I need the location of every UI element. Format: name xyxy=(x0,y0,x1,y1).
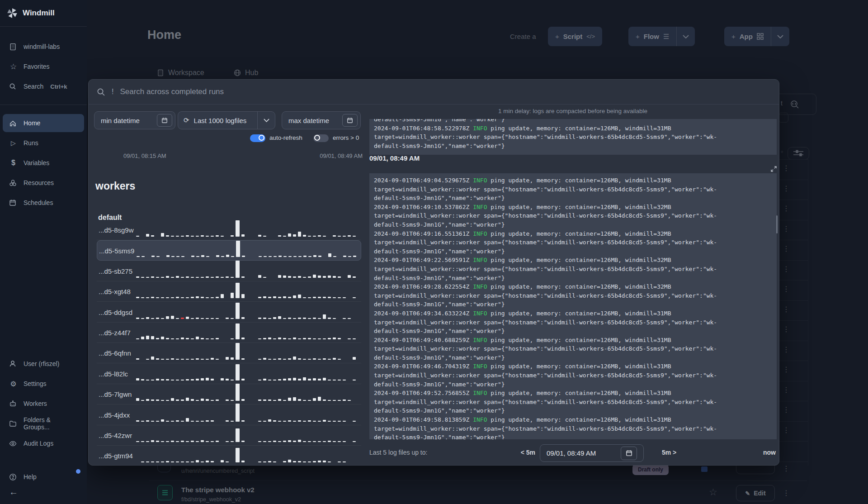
spark-bar xyxy=(263,318,266,319)
calendar-icon[interactable] xyxy=(157,114,172,127)
log-line: 2024-09-01T06:49:28.622554Z INFO ping up… xyxy=(374,282,772,291)
worker-row[interactable]: ...d5-xgt48 xyxy=(97,281,361,302)
log-line: default-5sms9-Jmn1G","name":"worker"} xyxy=(374,142,772,151)
spark-bar xyxy=(283,256,287,257)
sidebar-item-variables[interactable]: $ Variables xyxy=(3,154,84,172)
sidebar-item-label: Folders & Groups... xyxy=(24,416,78,431)
spark-bar xyxy=(303,421,306,422)
worker-activity-sparkline xyxy=(136,219,356,237)
sidebar-item-help[interactable]: Help xyxy=(3,468,84,486)
spark-bar xyxy=(206,318,209,319)
sidebar-item-workspace[interactable]: windmill-labs xyxy=(3,38,84,56)
sidebar-item-user[interactable]: User (rfiszel) xyxy=(3,355,84,373)
spark-bar xyxy=(156,318,159,319)
logfiles-range-select[interactable]: ⟳ Last 1000 logfiles xyxy=(178,111,275,129)
spark-bar xyxy=(318,441,321,442)
spark-bar xyxy=(288,358,291,360)
spark-bar xyxy=(298,461,301,462)
spark-bar xyxy=(333,256,336,257)
spark-bar xyxy=(201,338,204,339)
spark-bar xyxy=(328,318,331,319)
expand-icon[interactable] xyxy=(770,166,777,172)
worker-row[interactable]: ...d5-l82lc xyxy=(97,364,361,384)
sidebar-item-schedules[interactable]: Schedules xyxy=(3,194,84,212)
sidebar-item-home[interactable]: Home xyxy=(3,114,84,132)
spark-bar xyxy=(196,256,199,257)
spark-bar xyxy=(221,236,224,237)
spark-bar xyxy=(288,318,291,319)
spark-bar xyxy=(186,317,189,319)
errors-toggle[interactable] xyxy=(313,134,329,142)
worker-row[interactable]: ...d5-z44f7 xyxy=(97,323,361,343)
spark-bar xyxy=(176,276,179,278)
worker-row[interactable]: ...d5-7lgwn xyxy=(97,384,361,404)
worker-row[interactable]: ...d5-sb275 xyxy=(97,261,361,281)
auto-refresh-toggle[interactable] xyxy=(250,134,265,142)
spark-bar xyxy=(318,318,321,319)
worker-activity-sparkline xyxy=(136,301,356,319)
min-datetime-field[interactable]: min datetime xyxy=(94,111,175,129)
log-line: target=windmill_worker::worker span={"ho… xyxy=(374,318,772,327)
worker-row[interactable]: ...d5-8sg9w xyxy=(97,220,361,240)
spark-bar xyxy=(333,235,336,237)
spark-bar xyxy=(278,379,281,380)
now-button[interactable]: now xyxy=(746,449,776,456)
spark-bar xyxy=(283,400,286,401)
log-block-current[interactable]: 2024-09-01T06:49:04.529675Z INFO ping up… xyxy=(369,173,777,439)
spark-bar xyxy=(136,358,139,360)
spark-bar xyxy=(343,256,346,257)
max-datetime-label: max datetime xyxy=(282,117,329,124)
sidebar-item-folders-groups[interactable]: Folders & Groups... xyxy=(3,414,84,433)
step-back-button[interactable]: < 5m xyxy=(509,449,535,456)
search-input[interactable] xyxy=(120,87,771,96)
spark-bar xyxy=(323,441,326,442)
spark-bar xyxy=(258,399,261,401)
spark-bar xyxy=(206,378,209,380)
worker-row[interactable]: ...d5-gtm94 xyxy=(97,446,361,466)
worker-name: ...d5-5sms9 xyxy=(99,241,134,261)
worker-row[interactable]: ...d5-6qfnn xyxy=(97,343,361,363)
chevron-down-icon[interactable] xyxy=(258,119,275,122)
spark-bar xyxy=(196,441,199,442)
log-line: 2024-09-01T06:49:22.569591Z INFO ping up… xyxy=(374,256,772,265)
step-forward-button[interactable]: 5m > xyxy=(662,449,676,456)
worker-row[interactable]: ...d5-42zwr xyxy=(97,425,361,446)
spark-bar xyxy=(206,399,209,401)
spark-bar xyxy=(161,277,164,278)
log-datetime-picker[interactable]: 09/01, 08:49 AM xyxy=(540,444,644,462)
spark-bar xyxy=(226,461,229,462)
spark-bar xyxy=(263,296,266,298)
sidebar-item-audit-logs[interactable]: Audit Logs xyxy=(3,434,84,452)
sidebar-item-favorites[interactable]: ☆ Favorites xyxy=(3,57,84,76)
worker-row[interactable]: ...d5-ddgsd xyxy=(97,302,361,323)
spark-bar xyxy=(288,256,292,257)
max-datetime-field[interactable]: max datetime xyxy=(282,111,361,129)
sidebar-item-runs[interactable]: ▷ Runs xyxy=(3,134,84,152)
calendar-icon[interactable] xyxy=(342,114,358,127)
spark-bar xyxy=(328,359,331,360)
spark-bar xyxy=(236,428,240,442)
spark-bar xyxy=(293,256,297,257)
sidebar-item-search[interactable]: Search Ctrl+k xyxy=(3,77,84,95)
sidebar-item-resources[interactable]: Resources xyxy=(3,174,84,192)
collapse-sidebar-icon[interactable]: ← xyxy=(9,487,18,497)
log-line: target=windmill_worker::worker span={"ho… xyxy=(374,424,772,433)
spark-bar xyxy=(211,318,214,319)
worker-row[interactable]: ...d5-5sms9 xyxy=(97,240,361,261)
sidebar-item-workers[interactable]: Workers xyxy=(3,395,84,413)
spark-bar xyxy=(241,276,245,278)
worker-name: ...d5-42zwr xyxy=(99,425,132,446)
spark-bar xyxy=(348,338,351,339)
spark-bar xyxy=(156,399,159,401)
log-line: 2024-09-01T06:49:40.688259Z INFO ping up… xyxy=(374,336,772,345)
sidebar-item-settings[interactable]: ⚙ Settings xyxy=(3,375,84,393)
scrollbar-thumb[interactable] xyxy=(776,215,778,233)
spark-bar xyxy=(196,277,199,278)
spark-bar xyxy=(226,255,229,257)
calendar-icon[interactable] xyxy=(621,447,637,460)
spark-bar xyxy=(231,400,234,401)
spark-bar xyxy=(241,379,245,380)
spark-bar xyxy=(338,441,341,442)
brand[interactable]: Windmill xyxy=(0,0,87,25)
worker-row[interactable]: ...d5-4jdxx xyxy=(97,405,361,425)
